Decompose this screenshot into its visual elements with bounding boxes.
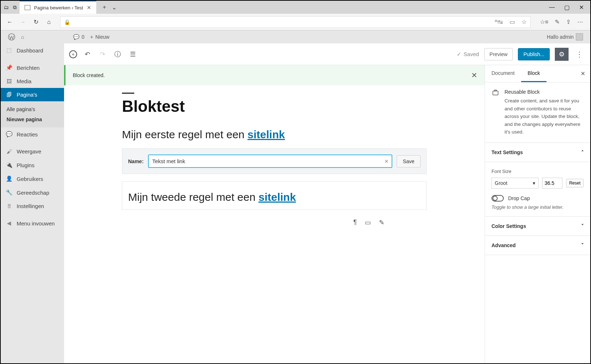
sidebar-item-label: Gereedschap — [17, 190, 49, 196]
info-button[interactable]: ⓘ — [113, 49, 123, 59]
notes-icon[interactable]: ✎ — [555, 18, 560, 25]
paragraph-block-2-container[interactable]: Mijn tweede regel met een sitelink — [122, 181, 427, 210]
avatar — [576, 33, 583, 41]
address-bar[interactable]: 🔒 ᴬ⭾ ▭ ☆ — [60, 16, 531, 28]
advanced-header[interactable]: Advanced ˅ — [485, 236, 590, 255]
paragraph-block-2[interactable]: Mijn tweede regel met een sitelink — [128, 189, 421, 205]
section-title: Color Settings — [491, 223, 526, 229]
close-window-button[interactable]: ✕ — [579, 4, 584, 11]
sidebar-item-label: Weergave — [17, 148, 41, 155]
drop-cap-label: Drop Cap — [508, 195, 530, 201]
back-button[interactable]: ← — [4, 17, 15, 27]
wp-logo-menu[interactable] — [5, 33, 18, 41]
sidebar-item-label: Pagina's — [17, 92, 37, 98]
sidebar-item-media[interactable]: 🖼Media — [1, 75, 64, 88]
titlebar-app-icons: 🗂 ⧉ — [1, 1, 20, 14]
plug-icon: 🔌 — [6, 162, 12, 168]
dismiss-notice-button[interactable]: ✕ — [471, 71, 477, 80]
settings-toggle-button[interactable]: ⚙ — [555, 48, 569, 61]
font-size-label: Font Size — [491, 169, 584, 174]
tab-overview-icon[interactable]: ⧉ — [13, 4, 17, 10]
publish-button[interactable]: Publish... — [518, 48, 550, 60]
chevron-down-icon: ˅ — [581, 242, 584, 248]
redo-button[interactable]: ↷ — [97, 49, 107, 59]
tab-document[interactable]: Document — [485, 65, 521, 82]
tab-block[interactable]: Block — [521, 65, 546, 82]
sidebar-item-reacties[interactable]: 💬Reacties — [1, 127, 64, 141]
outline-button[interactable]: ☰ — [128, 49, 138, 59]
sidebar-item-dashboard[interactable]: ⬚Dashboard — [1, 43, 64, 57]
drop-cap-toggle[interactable] — [491, 195, 504, 202]
preview-button[interactable]: Preview — [484, 48, 513, 60]
font-size-select[interactable]: Groot ▾ — [491, 178, 539, 189]
comments-link[interactable]: 💬 0 — [70, 34, 87, 40]
tab-dropdown-icon[interactable]: ⌄ — [112, 4, 117, 11]
browser-tab-active[interactable]: Pagina bewerken ‹ Test ✕ — [20, 1, 96, 14]
home-icon: ⌂ — [21, 34, 24, 40]
maximize-button[interactable]: ▢ — [564, 4, 570, 11]
page-title-block[interactable]: Bloktest — [122, 93, 427, 115]
section-title: Text Settings — [491, 149, 523, 155]
home-button[interactable]: ⌂ — [43, 17, 54, 27]
reading-view-icon[interactable]: ▭ — [510, 18, 515, 25]
content-link[interactable]: sitelink — [248, 128, 285, 140]
share-icon[interactable]: ⇪ — [566, 18, 571, 25]
chevron-down-icon: ▾ — [533, 180, 535, 186]
convert-block-icon[interactable]: ▭ — [365, 219, 371, 227]
admin-sidebar: ⬚Dashboard 📌Berichten 🖼Media 🗐Pagina's A… — [1, 43, 64, 363]
font-size-input[interactable] — [542, 178, 562, 189]
add-block-button[interactable]: + — [69, 50, 77, 58]
sidebar-item-weergave[interactable]: 🖌Weergave — [1, 145, 64, 158]
more-options-button[interactable]: ⋮ — [574, 50, 585, 59]
save-block-button[interactable]: Save — [397, 155, 421, 168]
paragraph-icon[interactable]: ¶ — [353, 219, 357, 227]
text-settings-header[interactable]: Text Settings ˄ — [485, 143, 590, 162]
comment-icon: 💬 — [73, 34, 79, 40]
user-account-menu[interactable]: Hallo admin — [544, 33, 586, 41]
name-label: Name: — [128, 158, 144, 164]
sidebar-item-berichten[interactable]: 📌Berichten — [1, 61, 64, 75]
paragraph-block-1[interactable]: Mijn eerste regel met een sitelink — [122, 126, 427, 143]
sidebar-item-label: Instellingen — [17, 203, 44, 209]
favorite-star-icon[interactable]: ☆ — [522, 18, 527, 25]
new-content-link[interactable]: + Nieuw — [87, 34, 112, 40]
favorites-list-icon[interactable]: ☆≡ — [540, 18, 548, 25]
sidebar-collapse[interactable]: ◀Menu invouwen — [1, 216, 64, 230]
reset-font-button[interactable]: Reset — [566, 179, 584, 187]
color-settings-header[interactable]: Color Settings ˅ — [485, 217, 590, 236]
sidebar-item-gereedschap[interactable]: 🔧Gereedschap — [1, 186, 64, 199]
forward-button[interactable]: → — [17, 17, 28, 27]
sidebar-item-plugins[interactable]: 🔌Plugins — [1, 158, 64, 172]
sidebar-item-gebruikers[interactable]: 👤Gebruikers — [1, 172, 64, 186]
editor-canvas[interactable]: Bloktest Mijn eerste regel met een sitel… — [64, 85, 485, 363]
sidebar-item-label: Berichten — [17, 65, 39, 71]
clear-input-icon[interactable]: ✕ — [384, 158, 389, 164]
folder-icon[interactable]: 🗂 — [4, 4, 9, 10]
browser-toolbar: ← → ↻ ⌂ 🔒 ᴬ⭾ ▭ ☆ ☆≡ ✎ ⇪ ⋯ — [1, 14, 590, 30]
block-name-input[interactable] — [148, 155, 392, 168]
refresh-button[interactable]: ↻ — [30, 17, 41, 27]
site-home-link[interactable]: ⌂ — [18, 34, 27, 40]
undo-button[interactable]: ↶ — [82, 49, 92, 59]
saved-text: Saved — [464, 51, 479, 57]
new-tab-button[interactable]: + — [103, 4, 106, 10]
submenu-new-page[interactable]: Nieuwe pagina — [1, 114, 64, 124]
translate-icon[interactable]: ᴬ⭾ — [495, 18, 503, 25]
minimize-button[interactable]: — — [549, 4, 555, 10]
close-panel-button[interactable]: ✕ — [575, 65, 590, 82]
svg-point-0 — [8, 34, 15, 40]
reusable-block-name-row: Name: ✕ Save — [122, 148, 427, 174]
tab-close-icon[interactable]: ✕ — [87, 5, 91, 10]
submenu-all-pages[interactable]: Alle pagina's — [1, 104, 64, 114]
notice-block-created: Block created. ✕ — [64, 65, 485, 85]
sidebar-item-label: Reacties — [17, 131, 38, 137]
page-title[interactable]: Bloktest — [122, 97, 427, 115]
more-icon[interactable]: ⋯ — [577, 18, 583, 25]
content-link[interactable]: sitelink — [258, 191, 296, 203]
sidebar-item-instellingen[interactable]: 🎚Instellingen — [1, 199, 64, 213]
comments-count: 0 — [81, 34, 84, 40]
sidebar-item-paginas[interactable]: 🗐Pagina's — [1, 88, 64, 101]
edit-block-icon[interactable]: ✎ — [379, 219, 384, 227]
lock-icon: 🔒 — [64, 19, 70, 25]
check-icon: ✓ — [457, 51, 461, 58]
